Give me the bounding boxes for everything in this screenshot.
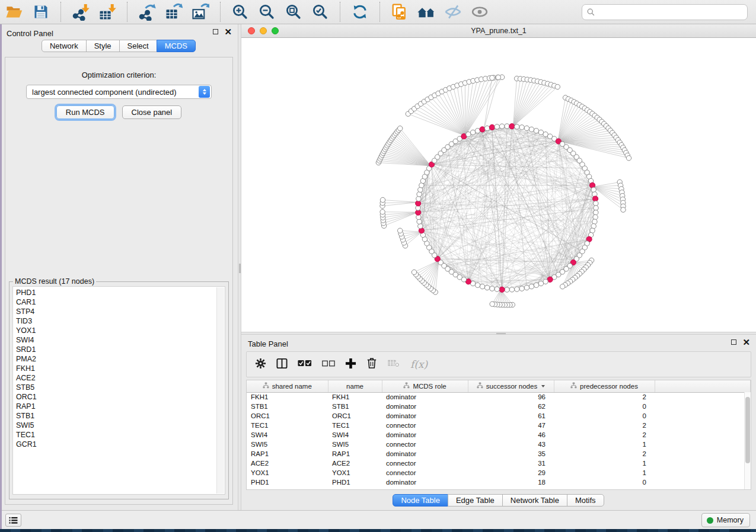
list-item[interactable]: CAR1 xyxy=(16,297,225,307)
memory-button[interactable]: Memory xyxy=(701,513,750,527)
zoom-selected-icon[interactable] xyxy=(311,2,330,21)
zoom-out-icon[interactable] xyxy=(257,2,276,21)
select-all-checkboxes-icon[interactable] xyxy=(298,359,312,370)
column-header-name[interactable]: name xyxy=(328,380,382,392)
table-tab-edge-table[interactable]: Edge Table xyxy=(448,494,503,507)
table-tab-network-table[interactable]: Network Table xyxy=(502,494,567,507)
table-row[interactable]: FKH1FKH1dominator962 xyxy=(247,392,751,402)
close-table-panel-icon[interactable]: ✕ xyxy=(742,339,750,345)
result-scrollbar[interactable] xyxy=(216,287,224,493)
search-input[interactable] xyxy=(598,8,747,17)
column-header-shared-name[interactable]: shared name xyxy=(247,380,328,392)
hide-selected-icon[interactable] xyxy=(444,2,462,21)
zoom-fit-icon[interactable] xyxy=(284,2,303,21)
optimization-criterion-select[interactable]: largest connected component (undirected) xyxy=(26,85,212,99)
table-settings-gear-icon[interactable] xyxy=(255,358,266,371)
table-row[interactable]: ACE2ACE2connector311 xyxy=(247,459,751,468)
list-item[interactable]: SWI5 xyxy=(16,421,225,430)
import-table-icon[interactable] xyxy=(98,2,117,21)
table-row[interactable]: YOX1YOX1connector291 xyxy=(247,468,751,477)
import-network-icon[interactable] xyxy=(71,2,90,21)
network-titlebar[interactable]: YPA_prune.txt_1 xyxy=(241,24,756,38)
zoom-in-icon[interactable] xyxy=(231,2,250,21)
table-row[interactable]: RAP1RAP1dominator352 xyxy=(247,449,751,459)
node-table: shared namenameMCDS rolesuccessor nodesp… xyxy=(247,380,751,487)
float-table-panel-icon[interactable] xyxy=(731,339,736,345)
list-item[interactable]: SWI4 xyxy=(16,335,225,345)
create-network-from-selection-icon[interactable] xyxy=(390,2,409,21)
memory-label: Memory xyxy=(717,516,744,524)
float-panel-icon[interactable] xyxy=(213,29,218,34)
export-network-icon[interactable] xyxy=(138,2,157,21)
add-column-icon[interactable] xyxy=(345,358,356,371)
tab-select[interactable]: Select xyxy=(119,40,157,52)
table-tab-motifs[interactable]: Motifs xyxy=(567,494,604,507)
tab-style[interactable]: Style xyxy=(86,40,120,52)
open-file-icon[interactable] xyxy=(5,2,24,21)
table-row[interactable]: SWI5SWI5connector431 xyxy=(247,440,751,449)
task-list-icon xyxy=(9,517,18,524)
close-panel-icon[interactable]: ✕ xyxy=(224,29,232,34)
search-field[interactable] xyxy=(582,4,748,20)
list-item[interactable]: PMA2 xyxy=(16,354,225,364)
table-row[interactable]: TEC1TEC1connector472 xyxy=(247,421,751,430)
list-item[interactable]: TEC1 xyxy=(16,430,225,440)
save-session-icon[interactable] xyxy=(31,2,50,21)
delete-table-disabled-icon xyxy=(387,358,400,370)
export-image-icon[interactable] xyxy=(191,2,210,21)
table-tab-node-table[interactable]: Node Table xyxy=(393,494,448,507)
tab-mcds[interactable]: MCDS xyxy=(157,40,196,52)
show-all-icon[interactable] xyxy=(470,2,489,21)
refresh-icon[interactable] xyxy=(350,2,369,21)
mcds-result-title: MCDS result (17 nodes) xyxy=(13,277,96,286)
list-item[interactable]: STP4 xyxy=(16,307,225,316)
delete-columns-icon[interactable] xyxy=(366,357,377,371)
network-view[interactable] xyxy=(241,38,756,332)
column-header-predecessor-nodes[interactable]: predecessor nodes xyxy=(554,380,655,392)
list-item[interactable]: RAP1 xyxy=(16,402,225,411)
list-item[interactable]: ORC1 xyxy=(16,392,225,402)
node-table-container: shared namenameMCDS rolesuccessor nodesp… xyxy=(246,380,751,490)
tab-network[interactable]: Network xyxy=(42,40,87,52)
toggle-panel-layout-icon[interactable] xyxy=(276,358,288,371)
list-item[interactable]: YOX1 xyxy=(16,326,225,335)
table-row[interactable]: ORC1ORC1dominator610 xyxy=(247,411,751,421)
list-item[interactable]: PHD1 xyxy=(16,288,225,297)
table-panel: Table Panel ✕ f(x) share xyxy=(241,335,756,510)
table-row[interactable]: STB1STB1dominator620 xyxy=(247,402,751,411)
list-item[interactable]: TID3 xyxy=(16,316,225,326)
control-panel: Control Panel ✕ NetworkStyleSelectMCDS O… xyxy=(0,24,238,510)
window-minimize-icon[interactable] xyxy=(260,27,267,34)
table-scrollbar[interactable] xyxy=(744,392,751,489)
list-item[interactable]: STB1 xyxy=(16,411,225,421)
list-item[interactable]: GCR1 xyxy=(16,440,225,449)
column-header-successor-nodes[interactable]: successor nodes xyxy=(468,380,554,392)
list-item[interactable]: FKH1 xyxy=(16,364,225,373)
task-history-button[interactable] xyxy=(5,514,21,527)
scrollbar-thumb[interactable] xyxy=(745,397,750,463)
network-title: YPA_prune.txt_1 xyxy=(471,27,527,35)
first-neighbors-icon[interactable] xyxy=(417,2,436,21)
table-row[interactable]: SWI4SWI4dominator462 xyxy=(247,430,751,440)
list-item[interactable]: ACE2 xyxy=(16,373,225,383)
window-zoom-icon[interactable] xyxy=(272,27,279,34)
run-mcds-button[interactable]: Run MCDS xyxy=(56,105,114,119)
status-bar: Memory xyxy=(0,510,756,529)
table-toolbar: f(x) xyxy=(246,351,751,377)
toolbar-separator xyxy=(379,2,380,22)
toolbar-separator xyxy=(127,2,127,22)
column-header-MCDS-role[interactable]: MCDS role xyxy=(382,380,468,392)
window-close-icon[interactable] xyxy=(248,27,255,34)
deselect-all-checkboxes-icon[interactable] xyxy=(322,359,335,370)
table-row[interactable]: PHD1PHD1dominator180 xyxy=(247,477,751,487)
select-stepper-icon xyxy=(199,86,210,98)
main-toolbar xyxy=(0,0,756,24)
mcds-panel: Optimization criterion: largest connecte… xyxy=(5,57,233,505)
export-table-icon[interactable] xyxy=(164,2,183,21)
list-item[interactable]: SRD1 xyxy=(16,345,225,354)
function-builder-icon: f(x) xyxy=(410,358,428,370)
close-panel-button[interactable]: Close panel xyxy=(122,105,182,119)
control-panel-tabs: NetworkStyleSelectMCDS xyxy=(0,40,238,52)
toolbar-separator xyxy=(60,2,61,22)
list-item[interactable]: STB5 xyxy=(16,383,225,392)
